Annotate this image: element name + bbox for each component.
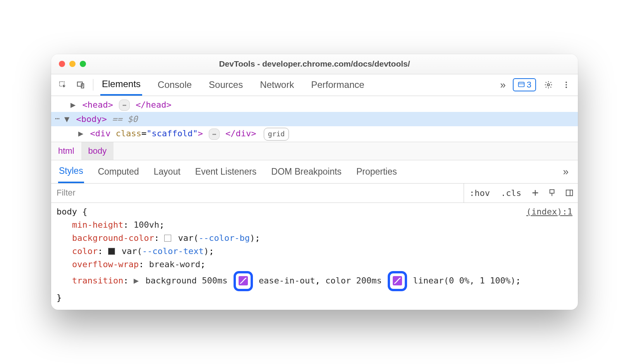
subtab-dom-breakpoints[interactable]: DOM Breakpoints — [270, 161, 342, 182]
crumb-html[interactable]: html — [51, 142, 81, 160]
color-swatch-icon[interactable] — [164, 235, 171, 242]
css-prop-background-color[interactable]: background-color: var(--color-bg); — [57, 232, 572, 245]
subtab-computed[interactable]: Computed — [97, 161, 140, 182]
inspect-element-icon[interactable] — [55, 77, 70, 93]
styles-filter-input[interactable] — [51, 184, 464, 203]
window-title: DevTools - developer.chrome.com/docs/dev… — [51, 59, 578, 69]
main-toolbar: Elements Console Sources Network Perform… — [51, 74, 578, 96]
tab-console[interactable]: Console — [156, 75, 193, 95]
new-style-rule-icon[interactable] — [527, 189, 544, 197]
row-menu-icon[interactable]: ⋯ — [55, 112, 60, 125]
ellipsis-badge[interactable]: ⋯ — [119, 100, 130, 111]
expand-arrow-icon[interactable]: ▶ — [78, 126, 83, 141]
more-subtabs-icon[interactable]: » — [561, 166, 571, 178]
css-prop-color[interactable]: color: var(--color-text); — [57, 245, 572, 258]
issues-badge[interactable]: 3 — [513, 78, 536, 91]
traffic-lights — [59, 61, 86, 67]
dom-tree[interactable]: ▶ <head> ⋯ </head> ⋯ ▼ <body> == $0 ▶ <d… — [51, 96, 578, 142]
styles-rules: body { (index):1 min-height: 100vh; back… — [51, 203, 578, 310]
paint-flash-icon[interactable] — [544, 189, 561, 197]
styles-filter-row: :hov .cls — [51, 184, 578, 203]
tab-performance[interactable]: Performance — [309, 75, 366, 95]
dom-breadcrumbs: html body — [51, 142, 578, 160]
rule-source-link[interactable]: (index):1 — [526, 205, 572, 218]
issues-count: 3 — [527, 80, 531, 90]
toolbar-divider — [93, 79, 93, 91]
expand-arrow-icon[interactable]: ▶ — [70, 98, 76, 112]
collapse-arrow-icon[interactable]: ▼ — [64, 112, 69, 126]
easing-editor-highlight — [234, 271, 253, 291]
subtab-event-listeners[interactable]: Event Listeners — [194, 161, 258, 182]
easing-editor-highlight — [388, 271, 407, 291]
devtools-window: DevTools - developer.chrome.com/docs/dev… — [51, 54, 578, 310]
css-prop-transition[interactable]: transition: ▶ background 500ms ease-in-o… — [57, 271, 572, 291]
zoom-window-button[interactable] — [80, 61, 86, 67]
crumb-body[interactable]: body — [81, 142, 114, 160]
svg-rect-3 — [518, 82, 524, 87]
toggle-sidebar-icon[interactable] — [561, 189, 578, 197]
tab-elements[interactable]: Elements — [100, 74, 142, 96]
rule-close-brace: } — [57, 291, 572, 304]
grid-badge[interactable]: grid — [264, 128, 289, 141]
easing-editor-icon[interactable] — [393, 276, 402, 285]
svg-point-7 — [565, 87, 567, 88]
rule-selector[interactable]: body { — [57, 205, 87, 218]
svg-point-6 — [565, 84, 567, 86]
css-prop-overflow-wrap[interactable]: overflow-wrap: break-word; — [57, 258, 572, 271]
more-tabs-icon[interactable]: » — [498, 79, 508, 91]
subtab-properties[interactable]: Properties — [356, 161, 398, 182]
ellipsis-badge[interactable]: ⋯ — [209, 129, 220, 140]
subtab-styles[interactable]: Styles — [58, 160, 84, 183]
main-tabs: Elements Console Sources Network Perform… — [100, 74, 366, 96]
device-toolbar-icon[interactable] — [73, 77, 88, 93]
styles-subtabs: Styles Computed Layout Event Listeners D… — [51, 160, 578, 184]
dom-node-head[interactable]: ▶ <head> ⋯ </head> — [51, 98, 578, 112]
cls-toggle[interactable]: .cls — [495, 188, 527, 198]
settings-icon[interactable] — [541, 77, 556, 93]
color-swatch-icon[interactable] — [108, 248, 115, 255]
css-prop-min-height[interactable]: min-height: 100vh; — [57, 218, 572, 232]
minimize-window-button[interactable] — [69, 61, 76, 67]
tab-sources[interactable]: Sources — [207, 75, 244, 95]
subtab-layout[interactable]: Layout — [153, 161, 181, 182]
hov-toggle[interactable]: :hov — [464, 188, 495, 198]
svg-point-4 — [547, 84, 550, 86]
expand-arrow-icon[interactable]: ▶ — [134, 276, 139, 285]
svg-point-5 — [565, 82, 567, 83]
svg-rect-8 — [550, 190, 554, 193]
dom-node-div[interactable]: ▶ <div class="scaffold"> ⋯ </div> grid — [51, 126, 578, 141]
svg-rect-9 — [566, 190, 573, 196]
kebab-menu-icon[interactable] — [559, 77, 574, 93]
tab-network[interactable]: Network — [258, 75, 296, 95]
easing-editor-icon[interactable] — [239, 276, 248, 285]
close-window-button[interactable] — [59, 61, 65, 67]
titlebar: DevTools - developer.chrome.com/docs/dev… — [51, 54, 578, 74]
dom-node-body[interactable]: ⋯ ▼ <body> == $0 — [51, 112, 578, 126]
